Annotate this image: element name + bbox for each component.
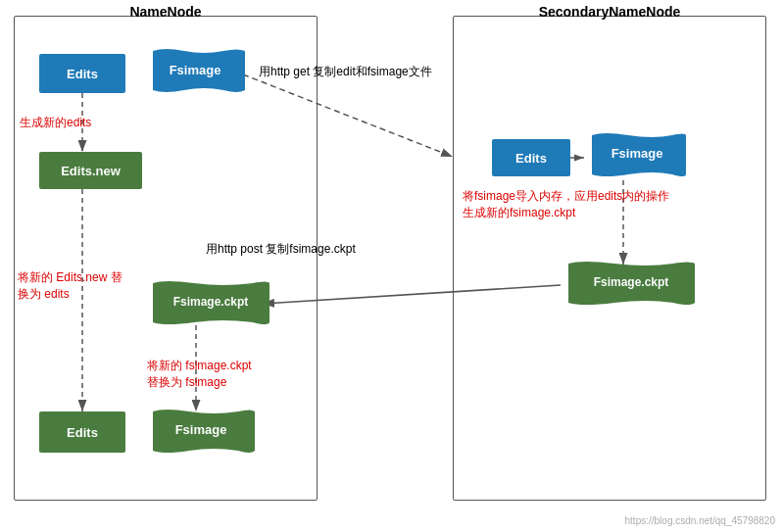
svg-text:Fsimage.ckpt: Fsimage.ckpt	[594, 275, 669, 289]
nn-fsimage-final-wavy: Fsimage	[145, 408, 263, 457]
namenode-title: NameNode	[14, 4, 318, 20]
label-http-get: 用http get 复制edit和fsimage文件	[259, 65, 432, 80]
label-replace-fsimage: 将新的 fsimage.ckpt替换为 fsimage	[147, 358, 252, 391]
label-replace-edits: 将新的 Edits.new 替换为 edits	[18, 269, 122, 303]
snn-fsimage-wavy: Fsimage	[584, 131, 694, 182]
nn-fsimage-wavy: Fsimage	[145, 47, 253, 102]
nn-edits-final-box: Edits	[39, 411, 125, 453]
snn-fsimage-ckpt-wavy: Fsimage.ckpt	[561, 260, 703, 311]
nn-edits-new-box: Edits.new	[39, 152, 142, 189]
label-snn-merge: 将fsimage导入内存，应用edits内的操作生成新的fsimage.ckpt	[463, 188, 669, 221]
diagram-container: NameNode SecondaryNameNode Edits Fsimage…	[0, 0, 783, 532]
label-http-post: 用http post 复制fsimage.ckpt	[206, 242, 356, 258]
snn-title: SecondaryNameNode	[453, 4, 766, 20]
svg-text:Fsimage: Fsimage	[170, 63, 221, 77]
svg-text:Fsimage: Fsimage	[175, 422, 227, 437]
snn-panel	[453, 16, 766, 501]
watermark: https://blog.csdn.net/qq_45798820	[625, 515, 775, 526]
snn-edits-box: Edits	[492, 139, 570, 176]
svg-text:Fsimage: Fsimage	[612, 146, 663, 161]
svg-text:Fsimage.ckpt: Fsimage.ckpt	[173, 295, 249, 309]
nn-edits-box: Edits	[39, 54, 125, 93]
label-generate-edits: 生成新的edits	[20, 116, 91, 131]
nn-fsimage-ckpt-wavy: Fsimage.ckpt	[145, 279, 277, 328]
